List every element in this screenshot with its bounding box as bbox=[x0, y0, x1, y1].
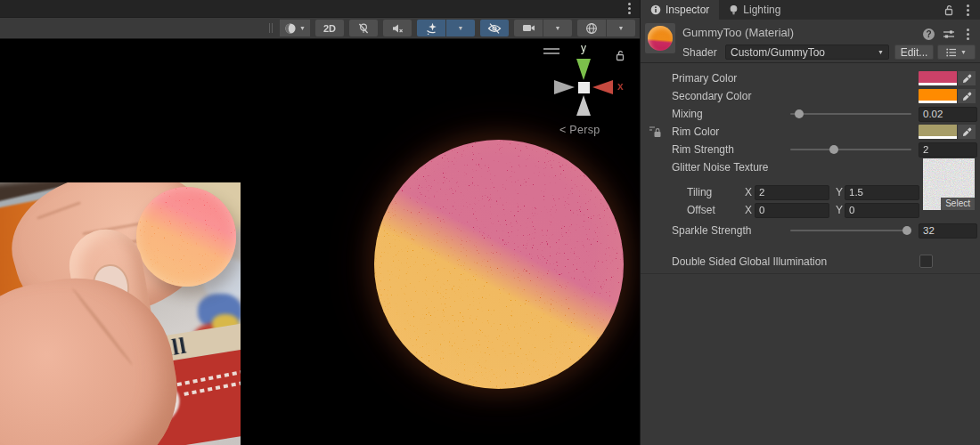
alpha-bar bbox=[919, 101, 957, 103]
secondary-color-label: Secondary Color bbox=[672, 90, 751, 102]
slider-handle[interactable] bbox=[795, 109, 804, 118]
gizmo-y-axis-cone[interactable] bbox=[576, 59, 591, 80]
property-override-lock-icon[interactable] bbox=[649, 125, 663, 138]
audio-mute-toggle-button[interactable] bbox=[383, 20, 412, 36]
tiling-y-label: Y bbox=[836, 186, 843, 198]
double-sided-gi-label: Double Sided Global Illumination bbox=[672, 255, 827, 268]
rim-color-swatch[interactable] bbox=[919, 125, 957, 139]
tiling-y-input[interactable]: 1.5 bbox=[845, 185, 919, 200]
material-menu-kebab-icon[interactable] bbox=[963, 27, 973, 42]
gizmo-neg-y-axis-cone[interactable] bbox=[576, 95, 591, 116]
eye-slash-icon bbox=[487, 22, 502, 35]
eyedropper-icon[interactable] bbox=[957, 71, 976, 85]
property-row-primary-color: Primary Color bbox=[641, 69, 980, 87]
offset-x-label: X bbox=[745, 204, 752, 216]
effects-dropdown-button[interactable]: ▼ bbox=[446, 20, 475, 36]
property-row-rim-color: Rim Color bbox=[641, 123, 980, 141]
property-row-sparkle-strength: Sparkle Strength 32 bbox=[641, 222, 980, 239]
offset-y-label: Y bbox=[836, 204, 843, 216]
rim-strength-slider[interactable] bbox=[790, 141, 911, 158]
property-row-mixing: Mixing 0.02 bbox=[641, 105, 980, 123]
orientation-gizmo[interactable]: y x < Persp bbox=[535, 43, 640, 141]
camera-settings-button[interactable] bbox=[514, 20, 543, 36]
sparkle-noise-overlay bbox=[136, 187, 236, 287]
primary-color-swatch[interactable] bbox=[919, 71, 957, 85]
scene-lighting-toggle-button[interactable] bbox=[349, 20, 378, 36]
inspector-tab-bar: Inspector Lighting bbox=[641, 0, 980, 20]
2d-toggle-button[interactable]: 2D bbox=[315, 20, 344, 36]
tab-inspector-label: Inspector bbox=[666, 4, 709, 16]
shader-dropdown[interactable]: Custom/GummyToo ▼ bbox=[725, 44, 889, 60]
gizmo-persp-label[interactable]: < Persp bbox=[559, 124, 600, 136]
info-icon bbox=[650, 4, 661, 15]
scene-view-pane: ▼ 2D bbox=[0, 0, 640, 445]
rim-strength-value-field[interactable]: 2 bbox=[919, 142, 977, 158]
photo-gummy-ball bbox=[136, 187, 236, 287]
mixing-slider[interactable] bbox=[790, 105, 911, 123]
dropdown-arrow-icon: ▼ bbox=[555, 25, 561, 31]
mixing-label: Mixing bbox=[672, 108, 703, 120]
bullet-list-icon bbox=[946, 48, 957, 57]
offset-y-input[interactable]: 0 bbox=[845, 203, 919, 218]
property-row-secondary-color: Secondary Color bbox=[641, 87, 980, 105]
shader-dropdown-value: Custom/GummyToo bbox=[731, 46, 825, 59]
tab-lighting-label: Lighting bbox=[743, 4, 780, 16]
speaker-muted-icon bbox=[391, 22, 404, 35]
gizmo-unlock-icon[interactable] bbox=[615, 50, 625, 61]
alpha-bar bbox=[919, 83, 957, 85]
secondary-color-swatch[interactable] bbox=[919, 89, 957, 103]
sparkle-strength-value-field[interactable]: 32 bbox=[919, 223, 977, 239]
gizmo-x-axis-cone[interactable] bbox=[592, 80, 613, 94]
primary-color-label: Primary Color bbox=[672, 72, 737, 85]
material-preview-thumbnail[interactable] bbox=[645, 23, 675, 53]
shader-edit-button[interactable]: Edit... bbox=[894, 44, 934, 60]
eyedropper-icon[interactable] bbox=[957, 125, 976, 139]
toolbar-separator bbox=[269, 23, 273, 33]
gizmo-y-label: y bbox=[581, 42, 586, 54]
rim-strength-label: Rim Strength bbox=[672, 143, 734, 156]
eyedropper-icon[interactable] bbox=[957, 89, 976, 103]
tiling-x-input[interactable]: 2 bbox=[755, 185, 829, 200]
rim-color-field[interactable] bbox=[919, 125, 976, 139]
offset-x-input[interactable]: 0 bbox=[755, 203, 829, 218]
overlay-handle-icon[interactable] bbox=[543, 48, 559, 57]
scene-visibility-toggle-button[interactable] bbox=[480, 20, 509, 36]
property-row-tiling: Tiling X 2 Y 1.5 bbox=[641, 183, 980, 201]
gizmos-dropdown-button[interactable]: ▼ bbox=[607, 20, 635, 36]
light-off-icon bbox=[357, 22, 370, 35]
property-row-offset: Offset X 0 Y 0 bbox=[641, 201, 980, 219]
double-sided-gi-checkbox[interactable] bbox=[919, 255, 933, 268]
gizmo-neg-x-axis-cone[interactable] bbox=[554, 80, 575, 94]
scene-tab-strip bbox=[0, 0, 640, 17]
slider-track bbox=[790, 149, 911, 150]
tab-inspector[interactable]: Inspector bbox=[641, 0, 719, 20]
dropdown-arrow-icon: ▼ bbox=[960, 49, 967, 55]
unity-editor-window: ▼ 2D bbox=[0, 0, 980, 445]
sparkle-strength-label: Sparkle Strength bbox=[672, 224, 751, 237]
primary-color-field[interactable] bbox=[919, 71, 976, 85]
gizmo-globe-icon bbox=[585, 22, 598, 35]
help-icon[interactable]: ? bbox=[923, 28, 935, 40]
effects-toggle-button[interactable] bbox=[417, 20, 445, 36]
tab-lighting[interactable]: Lighting bbox=[719, 0, 790, 20]
slider-handle[interactable] bbox=[829, 145, 838, 154]
section-divider bbox=[641, 273, 980, 274]
gizmos-button[interactable] bbox=[577, 20, 606, 36]
slider-track bbox=[790, 230, 911, 231]
inspector-menu-kebab-icon[interactable] bbox=[963, 3, 973, 18]
sparkle-strength-slider[interactable] bbox=[790, 222, 911, 239]
2d-label: 2D bbox=[323, 23, 336, 34]
lightbulb-icon bbox=[729, 4, 739, 16]
slider-handle[interactable] bbox=[902, 226, 911, 235]
slider-track bbox=[790, 113, 911, 115]
inspector-unlock-icon[interactable] bbox=[943, 4, 954, 16]
presets-icon[interactable] bbox=[943, 28, 955, 40]
inspector-panel: Inspector Lighting bbox=[640, 0, 980, 445]
gizmo-center-cube[interactable] bbox=[578, 82, 590, 93]
secondary-color-field[interactable] bbox=[919, 89, 976, 103]
mixing-value-field[interactable]: 0.02 bbox=[919, 107, 977, 122]
shader-list-dropdown-button[interactable]: ▼ bbox=[937, 44, 976, 60]
scene-menu-kebab-icon[interactable] bbox=[625, 1, 634, 16]
draw-mode-button[interactable]: ▼ bbox=[280, 20, 310, 36]
camera-dropdown-button[interactable]: ▼ bbox=[543, 20, 572, 36]
